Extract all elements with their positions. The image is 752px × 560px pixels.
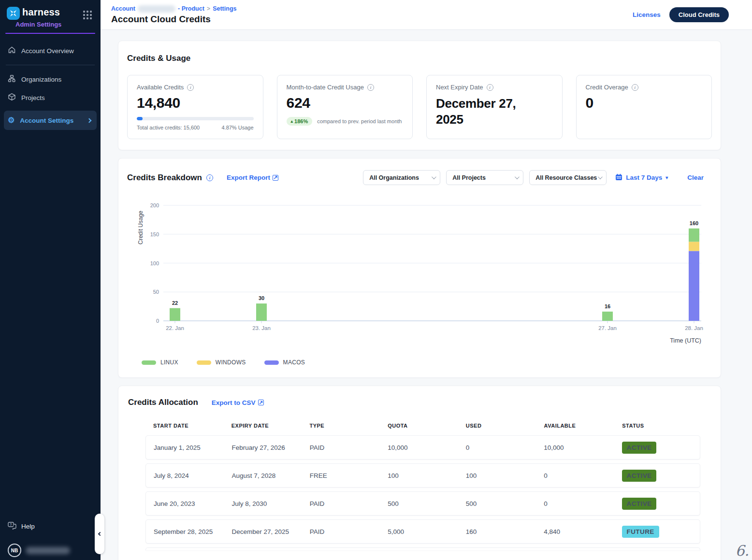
bar-segment-linux[interactable] [689,229,699,242]
sidebar-item-label: Projects [21,94,45,101]
y-axis-title: Credit Usage [137,211,144,244]
cell-available: 0 [544,472,622,479]
help-label: Help [21,523,35,530]
legend-swatch-icon [197,360,211,365]
cell-expiry: August 7, 2028 [231,472,309,479]
status-badge: FUTURE [622,526,659,538]
cell-start: July 8, 2024 [154,472,231,479]
info-icon[interactable]: i [367,84,374,91]
home-icon [8,46,16,56]
cell-expiry: February 27, 2026 [231,444,309,451]
svg-text:50: 50 [153,289,159,295]
breadcrumb-account[interactable]: Account [111,5,135,12]
brand-name: harness [22,7,60,20]
gear-icon: ⚙ [8,116,14,124]
usage-progress-bar [137,117,254,120]
chart-svg[interactable]: 050100150200Credit Usage2222. Jan3023. J… [136,199,711,345]
legend-item-macos[interactable]: MACOS [264,359,305,366]
sidebar-item-label: Account Overview [21,47,74,55]
external-link-icon: ↗ [273,175,278,181]
brand[interactable]: harness [7,7,60,20]
cell-quota: 5,000 [388,528,465,535]
sidebar-item-account-overview[interactable]: Account Overview [0,42,101,60]
resource-classes-filter[interactable]: All Resource Classes [529,170,607,185]
sidebar: harness Admin Settings Account Overview [0,0,101,560]
table-row-partial [145,547,700,550]
chart-bars[interactable]: 2222. Jan3023. Jan1627. Jan16028. Jan [166,220,703,331]
content: Credits & Usage Available Credits i 14,8… [101,30,752,560]
info-icon[interactable]: i [487,84,493,91]
credit-usage-chart[interactable]: 050100150200Credit Usage2222. Jan3023. J… [136,199,721,346]
legend-label: WINDOWS [216,359,246,366]
cell-quota: 10,000 [388,444,465,451]
legend-item-linux[interactable]: LINUX [142,359,178,366]
column-header-available: AVAILABLE [544,423,622,429]
redacted-user-name [26,547,70,554]
organizations-icon [8,74,16,84]
export-csv-link[interactable]: Export to CSV ↗ [212,399,264,406]
bar-segment-windows[interactable] [689,242,699,251]
next-expiry-value: December 27, 2025 [436,96,540,127]
sidebar-nav: Account Overview Organizations [0,42,101,130]
breadcrumb: Account - Product > Settings [111,5,236,13]
info-icon[interactable]: i [206,174,213,181]
info-icon[interactable]: i [187,84,194,91]
bar-segment-linux[interactable] [256,303,267,321]
x-tick-label: 23. Jan [252,325,271,331]
sidebar-item-account-settings[interactable]: ⚙ Account Settings [4,111,97,130]
cell-quota: 500 [388,500,465,507]
cell-start: September 28, 2025 [154,528,231,535]
stat-label: Next Expiry Date [436,84,483,91]
chevron-right-icon [87,118,92,123]
user-row[interactable]: NB [8,544,101,558]
sidebar-collapse-handle[interactable] [95,514,104,554]
cell-used: 100 [466,472,544,479]
stat-label: Credit Overage [586,84,628,91]
breadcrumb-product[interactable]: - Product [178,5,204,12]
column-header-status: STATUS [622,423,700,429]
legend-item-windows[interactable]: WINDOWS [197,359,246,366]
allocation-heading: Credits Allocation [128,398,198,407]
chevron-down-icon [432,174,436,179]
breakdown-heading: Credits Breakdown [127,173,202,183]
date-range-picker[interactable]: Last 7 Days ▾ [615,173,668,182]
svg-text:?: ? [10,523,12,526]
bar-segment-linux[interactable] [602,312,613,321]
sidebar-item-organizations[interactable]: Organizations [0,70,101,88]
stat-label: Month-to-date Credit Usage [287,84,364,91]
allocation-header: Credits Allocation Export to CSV ↗ [127,398,700,407]
module-subtitle: Admin Settings [15,21,101,28]
credits-usage-panel: Credits & Usage Available Credits i 14,8… [118,41,721,150]
cell-available: 0 [544,500,622,507]
sidebar-item-projects[interactable]: Projects [0,88,101,107]
redacted-account-name [138,5,175,13]
projects-filter[interactable]: All Projects [446,170,523,185]
x-tick-label: 27. Jan [598,325,617,331]
bar-segment-macos[interactable] [689,251,699,321]
cell-type: FREE [310,472,388,479]
organizations-filter[interactable]: All Organizations [363,170,440,185]
header-right: Licenses Cloud Credits [633,7,729,22]
cell-used: 0 [466,444,544,451]
cloud-credits-button[interactable]: Cloud Credits [669,7,729,22]
breadcrumb-settings[interactable]: Settings [213,5,236,12]
info-icon[interactable]: i [632,84,638,91]
credits-breakdown-panel: Credits Breakdown i Export Report ↗ All … [118,158,721,378]
svg-text:200: 200 [150,202,159,208]
bar-segment-linux[interactable] [170,308,180,321]
credit-overage-card: Credit Overage i 0 [576,75,712,139]
total-active-credits: Total active credits: 15,600 [137,125,200,130]
app-grid-icon[interactable] [83,11,92,19]
clear-filters-link[interactable]: Clear [687,174,704,181]
licenses-link[interactable]: Licenses [633,11,661,18]
breakdown-header: Credits Breakdown i Export Report ↗ All … [118,170,721,185]
help-button[interactable]: ? Help [8,522,101,531]
cell-type: PAID [310,528,388,535]
bar-total-label: 16 [605,303,610,309]
stat-label: Available Credits [137,84,184,91]
chevron-down-icon [515,174,520,179]
mtd-usage-card: Month-to-date Credit Usage i 624 ▴ 186% … [277,75,413,139]
breakdown-filters: All Organizations All Projects All Resou… [363,170,704,185]
export-report-link[interactable]: Export Report ↗ [227,174,278,181]
cell-quota: 100 [388,472,465,479]
